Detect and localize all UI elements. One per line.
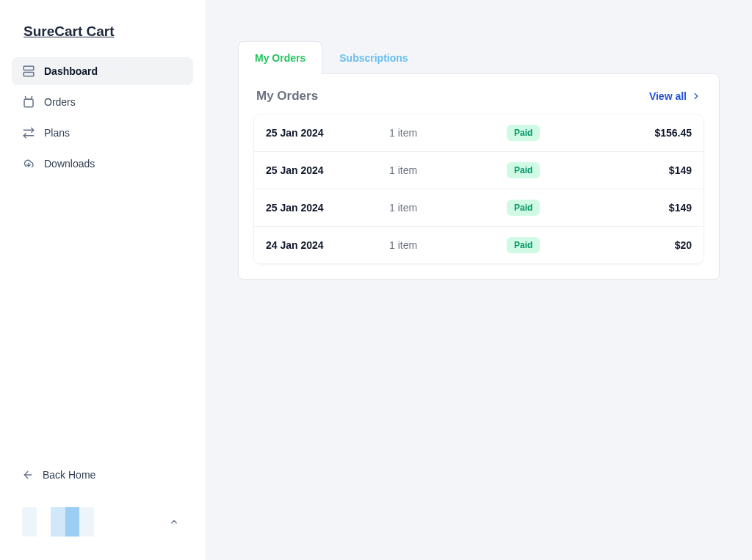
sidebar-item-orders[interactable]: Orders <box>12 88 193 116</box>
order-date: 25 Jan 2024 <box>266 202 389 214</box>
table-row[interactable]: 25 Jan 2024 1 item Paid $149 <box>254 151 704 189</box>
sidebar-item-downloads[interactable]: Downloads <box>12 150 193 178</box>
tab-bar: My Orders Subscriptions <box>238 41 720 74</box>
sidebar: SureCart Cart Dashboard Orders <box>0 0 206 560</box>
back-home-label: Back Home <box>43 469 95 481</box>
order-amount: $20 <box>618 239 692 251</box>
chevron-up-icon <box>169 517 179 527</box>
plans-icon <box>22 126 35 139</box>
svg-rect-1 <box>24 73 34 76</box>
order-status: Paid <box>507 125 618 141</box>
order-status: Paid <box>507 237 618 253</box>
sidebar-item-plans[interactable]: Plans <box>12 119 193 147</box>
orders-icon <box>22 95 35 109</box>
tab-label: My Orders <box>255 52 306 64</box>
order-date: 24 Jan 2024 <box>266 239 389 251</box>
dashboard-icon <box>22 65 35 78</box>
sidebar-nav: Dashboard Orders Plans <box>0 57 205 181</box>
orders-header: My Orders View all <box>253 89 704 114</box>
svg-rect-2 <box>24 99 33 107</box>
table-row[interactable]: 25 Jan 2024 1 item Paid $149 <box>254 189 704 226</box>
table-row[interactable]: 25 Jan 2024 1 item Paid $156.45 <box>254 114 704 151</box>
tab-subscriptions[interactable]: Subscriptions <box>322 41 424 74</box>
order-qty: 1 item <box>389 239 507 251</box>
orders-table: 25 Jan 2024 1 item Paid $156.45 25 Jan 2… <box>253 114 704 264</box>
user-menu-toggle[interactable] <box>165 513 183 531</box>
sidebar-item-label: Plans <box>44 127 70 139</box>
back-home-link[interactable]: Back Home <box>12 462 193 488</box>
order-amount: $149 <box>618 202 692 214</box>
sidebar-item-label: Dashboard <box>44 65 98 77</box>
sidebar-footer: Back Home <box>0 462 205 542</box>
brand-title[interactable]: SureCart Cart <box>0 23 205 57</box>
status-badge: Paid <box>507 125 540 141</box>
order-date: 25 Jan 2024 <box>266 127 389 139</box>
order-amount: $156.45 <box>618 127 692 139</box>
order-qty: 1 item <box>389 127 507 139</box>
order-status: Paid <box>507 162 618 178</box>
avatar <box>22 507 125 537</box>
tab-label: Subscriptions <box>339 52 408 64</box>
tab-my-orders[interactable]: My Orders <box>238 41 322 74</box>
chevron-right-icon <box>691 91 701 101</box>
main-content: My Orders Subscriptions My Orders View a… <box>206 0 752 560</box>
sidebar-item-label: Orders <box>44 96 76 108</box>
order-qty: 1 item <box>389 202 507 214</box>
svg-rect-0 <box>24 66 34 70</box>
sidebar-item-dashboard[interactable]: Dashboard <box>12 57 193 85</box>
page-title: My Orders <box>256 89 318 103</box>
order-date: 25 Jan 2024 <box>266 164 389 176</box>
view-all-label: View all <box>649 90 687 102</box>
sidebar-item-label: Downloads <box>44 158 95 170</box>
orders-panel: My Orders View all 25 Jan 2024 1 item Pa… <box>238 73 720 280</box>
order-amount: $149 <box>618 164 692 176</box>
user-menu[interactable] <box>12 501 193 542</box>
status-badge: Paid <box>507 162 540 178</box>
status-badge: Paid <box>507 200 540 216</box>
table-row[interactable]: 24 Jan 2024 1 item Paid $20 <box>254 226 704 263</box>
view-all-link[interactable]: View all <box>649 90 701 102</box>
downloads-icon <box>22 157 35 170</box>
arrow-left-icon <box>22 469 34 481</box>
status-badge: Paid <box>507 237 540 253</box>
order-status: Paid <box>507 200 618 216</box>
order-qty: 1 item <box>389 164 507 176</box>
